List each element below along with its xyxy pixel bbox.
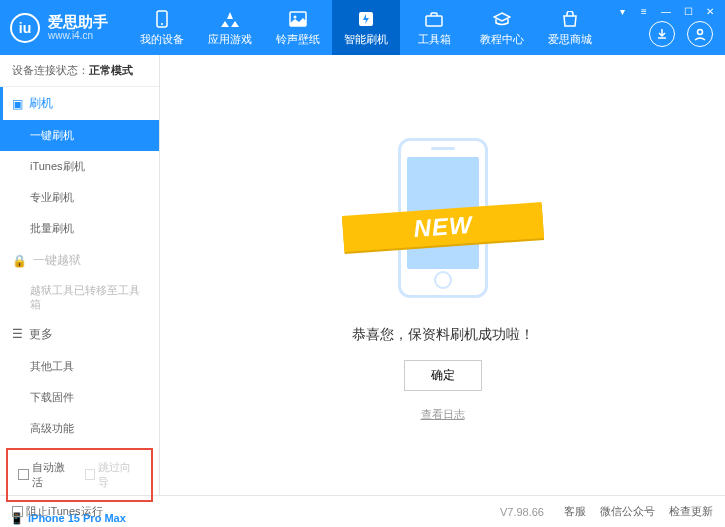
new-ribbon: NEW [341,202,543,252]
svg-point-6 [698,30,703,35]
nav-toolbox[interactable]: 工具箱 [400,0,468,55]
flash-small-icon: ▣ [12,97,23,111]
apps-icon [220,9,240,29]
checkbox-skip-guide[interactable]: 跳过向导 [85,460,142,490]
checkbox-auto-activate[interactable]: 自动激活 [18,460,75,490]
nav-apps-games[interactable]: 应用游戏 [196,0,264,55]
app-header: iu 爱思助手 www.i4.cn 我的设备 应用游戏 铃声壁纸 [0,0,725,55]
view-log-link[interactable]: 查看日志 [421,407,465,422]
sidebar-item-itunes-flash[interactable]: iTunes刷机 [0,151,159,182]
lock-icon: 🔒 [12,254,27,268]
wallpaper-icon [288,9,308,29]
window-controls: ▾ ≡ — ☐ ✕ [615,4,717,18]
close-icon[interactable]: ✕ [703,4,717,18]
nav-smart-flash[interactable]: 智能刷机 [332,0,400,55]
sidebar-group-more[interactable]: ☰ 更多 [0,318,159,351]
nav-my-device[interactable]: 我的设备 [128,0,196,55]
minimize-icon[interactable]: — [659,4,673,18]
toolbox-icon [424,9,444,29]
svg-rect-5 [426,16,442,26]
menu-icon[interactable]: ≡ [637,4,651,18]
flash-icon [356,9,376,29]
mall-icon [560,9,580,29]
top-nav: 我的设备 应用游戏 铃声壁纸 智能刷机 工具箱 [128,0,604,55]
sidebar-item-advanced[interactable]: 高级功能 [0,413,159,444]
svg-point-1 [161,23,163,25]
tutorial-icon [492,9,512,29]
app-url: www.i4.cn [48,30,108,41]
maximize-icon[interactable]: ☐ [681,4,695,18]
nav-ringtone-wallpaper[interactable]: 铃声壁纸 [264,0,332,55]
dropdown-icon[interactable]: ▾ [615,4,629,18]
app-title: 爱思助手 [48,14,108,31]
device-status: 设备连接状态：正常模式 [0,55,159,87]
sidebar-item-download-firmware[interactable]: 下载固件 [0,382,159,413]
sidebar-item-other-tools[interactable]: 其他工具 [0,351,159,382]
ok-button[interactable]: 确定 [404,360,482,391]
sidebar-item-batch-flash[interactable]: 批量刷机 [0,213,159,244]
sidebar-group-flash[interactable]: ▣ 刷机 [0,87,159,120]
footer-link-support[interactable]: 客服 [564,504,586,519]
logo: iu 爱思助手 www.i4.cn [10,13,108,43]
header-actions [649,21,713,47]
svg-point-3 [294,15,297,18]
nav-tutorials[interactable]: 教程中心 [468,0,536,55]
footer-link-wechat[interactable]: 微信公众号 [600,504,655,519]
version-label: V7.98.66 [500,506,544,518]
checkbox-block-itunes[interactable]: 阻止iTunes运行 [12,504,103,519]
sidebar-item-oneclick-flash[interactable]: 一键刷机 [0,120,159,151]
phone-icon [152,9,172,29]
sidebar-group-jailbreak: 🔒 一键越狱 [0,244,159,277]
options-box: 自动激活 跳过向导 [6,448,153,502]
logo-icon: iu [10,13,40,43]
success-message: 恭喜您，保资料刷机成功啦！ [352,326,534,344]
nav-mall[interactable]: 爱思商城 [536,0,604,55]
more-icon: ☰ [12,327,23,341]
sidebar-jailbreak-note: 越狱工具已转移至工具箱 [0,277,159,318]
footer-link-update[interactable]: 检查更新 [669,504,713,519]
success-illustration: NEW [353,128,533,308]
sidebar-item-pro-flash[interactable]: 专业刷机 [0,182,159,213]
download-button[interactable] [649,21,675,47]
main-content: NEW 恭喜您，保资料刷机成功啦！ 确定 查看日志 [160,55,725,495]
user-button[interactable] [687,21,713,47]
sidebar: 设备连接状态：正常模式 ▣ 刷机 一键刷机 iTunes刷机 专业刷机 批量刷机… [0,55,160,495]
